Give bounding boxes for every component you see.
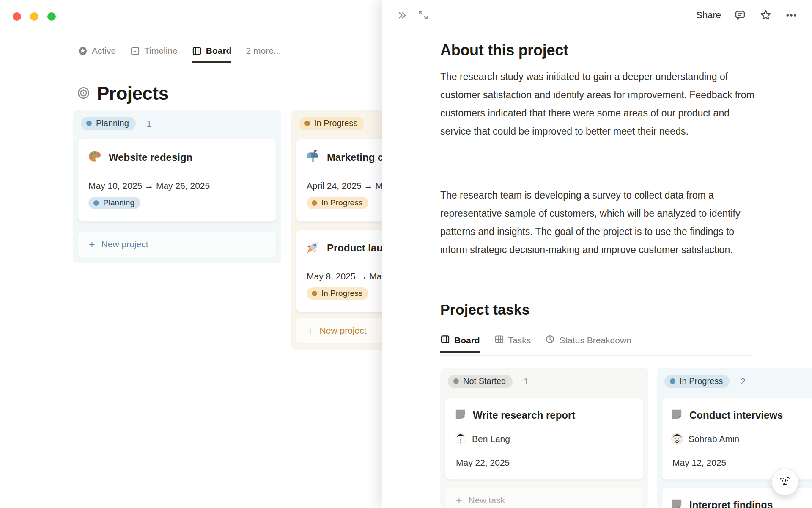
column-header: In Progress 2 <box>657 368 812 388</box>
open-full-page-icon[interactable] <box>417 9 429 21</box>
new-project-button[interactable]: + New project <box>78 231 277 257</box>
status-pill-planning[interactable]: Planning <box>81 117 136 130</box>
task-page-icon <box>671 498 683 508</box>
status-pill-not-started[interactable]: Not Started <box>448 375 513 388</box>
close-peek-chevrons-icon[interactable] <box>396 9 408 21</box>
card-due-date: May 22, 2025 <box>456 458 510 468</box>
column-header: Planning 1 <box>73 110 281 130</box>
plus-icon: + <box>307 325 313 337</box>
status-dot <box>670 378 675 384</box>
window-controls <box>13 12 56 21</box>
assignee-avatar <box>455 433 466 445</box>
minimize-window-button[interactable] <box>30 12 38 21</box>
card-status-tag: In Progress <box>307 287 368 300</box>
about-paragraph-2: The research team is developing a survey… <box>440 186 757 259</box>
peek-toolbar-left <box>396 9 429 21</box>
card-status-tag: Planning <box>88 197 140 209</box>
card-title: Write research report <box>473 409 575 421</box>
more-options-icon[interactable] <box>785 9 798 22</box>
target-icon <box>77 86 90 101</box>
column-count: 1 <box>147 119 151 129</box>
card-status-tag: In Progress <box>307 197 368 209</box>
column-count: 2 <box>741 377 745 387</box>
zoom-window-button[interactable] <box>47 12 56 21</box>
tab-label: 2 more... <box>246 46 281 56</box>
task-card-write-research-report[interactable]: Write research report Ben Lang May 22, 2… <box>445 398 644 480</box>
status-dot <box>86 121 92 126</box>
card-due-date: May 12, 2025 <box>672 458 726 468</box>
tab-timeline-view[interactable]: Timeline <box>130 46 178 63</box>
plus-icon: + <box>456 494 462 507</box>
tab-board-view[interactable]: Board <box>192 46 232 63</box>
about-paragraph-1: The research study was initiated to gain… <box>440 68 757 141</box>
task-page-icon <box>455 409 466 422</box>
card-assignee: Sohrab Amin <box>671 433 739 445</box>
card-assignee: Ben Lang <box>455 433 510 445</box>
tasks-heading: Project tasks <box>440 301 530 318</box>
plus-icon: + <box>89 238 95 251</box>
timeline-icon <box>130 46 140 56</box>
card-title: Website redesign <box>109 152 192 163</box>
status-dot <box>453 378 459 384</box>
table-icon <box>494 334 504 346</box>
tab-more-views[interactable]: 2 more... <box>246 46 281 63</box>
rocket-icon <box>306 240 320 256</box>
status-dot <box>312 200 317 206</box>
card-title: Product lau <box>327 242 383 254</box>
pie-chart-icon <box>545 334 555 346</box>
task-card-conduct-interviews[interactable]: Conduct interviews Sohrab Amin May 12, 2… <box>661 398 812 480</box>
project-card-website-redesign[interactable]: Website redesign May 10, 2025 → May 26, … <box>78 139 277 222</box>
mailbox-icon <box>306 149 320 166</box>
tab-label: Timeline <box>144 46 178 56</box>
tab-status-breakdown[interactable]: Status Breakdown <box>545 334 631 353</box>
tab-label: Board <box>206 46 232 56</box>
status-dot <box>304 121 310 126</box>
status-pill-in-progress[interactable]: In Progress <box>664 375 730 388</box>
status-pill-in-progress[interactable]: In Progress <box>299 117 364 130</box>
assignee-name: Ben Lang <box>472 434 510 444</box>
close-window-button[interactable] <box>13 12 21 21</box>
card-title: Conduct interviews <box>689 409 783 421</box>
new-task-button[interactable]: + New task <box>445 488 644 508</box>
assignee-avatar <box>671 433 683 445</box>
status-dot <box>93 200 99 206</box>
board-column-planning: Planning 1 Website redesign May 10, 2025… <box>73 110 281 263</box>
peek-panel: Share About this project The research st… <box>382 0 812 508</box>
about-heading: About this project <box>440 41 568 59</box>
board-icon <box>192 46 202 56</box>
palette-icon <box>88 149 102 166</box>
peek-toolbar-right: Share <box>696 8 798 22</box>
ai-face-icon <box>777 474 793 491</box>
card-date-range: May 8, 2025 → Ma <box>307 271 381 282</box>
view-tabs: Active Timeline Board 2 more... <box>78 46 281 63</box>
page-title-text: Projects <box>97 83 169 104</box>
status-dot <box>312 291 317 296</box>
star-circle-icon <box>78 46 88 56</box>
task-page-icon <box>671 409 683 422</box>
share-button[interactable]: Share <box>696 10 721 21</box>
favorite-star-icon[interactable] <box>759 8 772 22</box>
board-icon <box>440 334 450 346</box>
card-title: Marketing c <box>327 152 383 163</box>
page-title: Projects <box>77 83 169 104</box>
column-count: 1 <box>524 377 528 387</box>
tab-task-table[interactable]: Tasks <box>494 334 531 353</box>
column-header: Not Started 1 <box>440 368 648 388</box>
assignee-name: Sohrab Amin <box>689 434 739 444</box>
comments-icon[interactable] <box>734 9 746 22</box>
tab-task-board[interactable]: Board <box>440 334 480 353</box>
tab-active-view[interactable]: Active <box>78 46 116 63</box>
task-view-tabs: Board Tasks Status Breakdown <box>440 334 631 353</box>
task-column-not-started: Not Started 1 Write research report Ben … <box>440 368 648 508</box>
card-date-range: April 24, 2025 → M <box>307 181 383 191</box>
task-tabs-divider <box>440 355 752 356</box>
card-title: Interpret findings <box>689 499 773 508</box>
card-date-range: May 10, 2025 → May 26, 2025 <box>88 181 210 191</box>
tab-label: Active <box>92 46 116 56</box>
notion-ai-button[interactable] <box>771 469 798 496</box>
